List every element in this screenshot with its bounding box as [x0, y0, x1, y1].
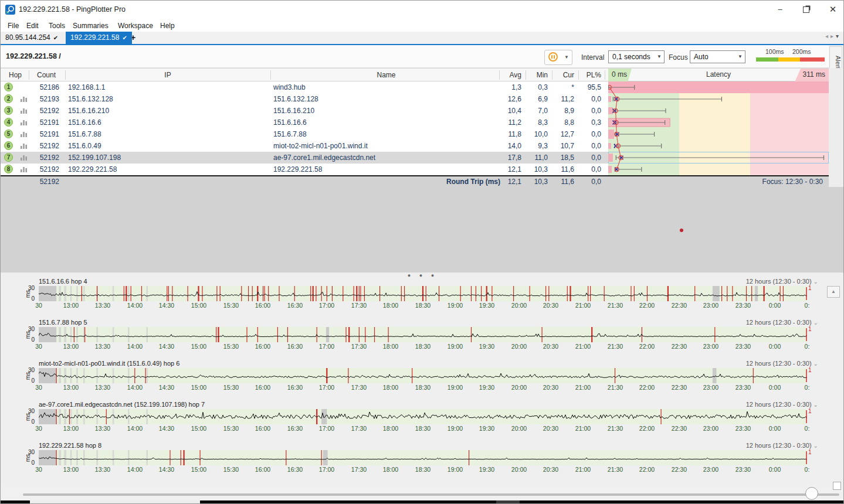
graph-plot-area[interactable] — [39, 409, 807, 424]
graph-right-axis-label: 1 — [808, 367, 812, 373]
col-header-hop[interactable]: Hop — [9, 71, 22, 79]
time-tick-label: 30 — [27, 425, 50, 432]
graph-range-selector[interactable]: 12 hours (12:30 - 0:30)⌄ — [746, 278, 818, 285]
time-tick-label: 17:30 — [347, 466, 371, 473]
time-tick-label: 15:30 — [219, 466, 243, 473]
y-axis-min-label: 0 — [28, 459, 35, 466]
time-tick-label: 15:00 — [187, 302, 211, 309]
time-tick-label: 0:00 — [763, 343, 787, 350]
restore-icon[interactable] — [797, 4, 815, 15]
time-tick-label: 16:30 — [283, 425, 307, 432]
timeline-graph-hop[interactable]: 151.6.7.88 hop 512 hours (12:30 - 0:30)⌄… — [1, 319, 844, 360]
time-tick-label: 16:00 — [251, 343, 274, 350]
col-header-count[interactable]: Count — [37, 71, 56, 79]
time-tick-label: 13:00 — [59, 384, 83, 391]
col-header-pl[interactable]: PL% — [566, 71, 601, 79]
tab-scroll-right-icon[interactable]: ▸ — [831, 33, 836, 39]
ip-cell: 192.229.221.58 — [68, 165, 117, 173]
time-tick-label: 20:30 — [539, 466, 562, 473]
hop-row-7[interactable]: 752192152.199.107.198ae-97.core1.mil.edg… — [1, 152, 829, 164]
time-tick-label: 17:30 — [347, 384, 371, 391]
menu-item-file[interactable]: File — [5, 21, 21, 31]
hop-row-8[interactable]: 852192192.229.221.58192.229.221.5812,110… — [1, 164, 829, 175]
col-header-ip[interactable]: IP — [65, 71, 270, 79]
menu-item-edit[interactable]: Edit — [24, 21, 41, 31]
latency-header-title: Latency — [608, 70, 829, 79]
graph-label: 151.6.7.88 hop 5 — [39, 319, 87, 326]
time-tick-label: 13:00 — [59, 343, 83, 350]
pingplotter-window: 192.229.221.58 - PingPlotter Pro – ✕ Fil… — [0, 0, 844, 504]
timeline-graph-hop[interactable]: 192.229.221.58 hop 812 hours (12:30 - 0:… — [1, 442, 844, 483]
graph-plot-area[interactable] — [39, 286, 807, 301]
graph-range-selector[interactable]: 12 hours (12:30 - 0:30)⌄ — [746, 319, 818, 326]
minimize-icon[interactable]: – — [771, 4, 789, 15]
time-tick-label: 19:00 — [443, 343, 467, 350]
menu-item-workspace[interactable]: Workspace — [116, 21, 155, 31]
ip-cell: 192.168.1.1 — [68, 83, 105, 91]
packet-loss-cell: 95,5 — [566, 83, 601, 91]
menu-item-help[interactable]: Help — [158, 21, 177, 31]
ip-cell: 152.199.107.198 — [68, 154, 121, 162]
time-tick-label: 19:00 — [443, 425, 467, 432]
time-tick-label: 13:00 — [59, 302, 83, 309]
time-tick-label: 18:30 — [411, 343, 435, 350]
menu-item-summaries[interactable]: Summaries — [70, 21, 111, 31]
graph-range-selector[interactable]: 12 hours (12:30 - 0:30)⌄ — [746, 401, 818, 408]
tab-menu-arrow-icon[interactable]: ▾ — [836, 33, 841, 39]
timeline-graph-hop[interactable]: miot-to2-micl-n01-po01.wind.it (151.6.0.… — [1, 360, 844, 401]
time-scrollbar-thumb[interactable] — [805, 487, 818, 500]
timeline-graph-hop[interactable]: 151.6.16.6 hop 412 hours (12:30 - 0:30)⌄… — [1, 278, 844, 319]
graph-range-selector[interactable]: 12 hours (12:30 - 0:30)⌄ — [746, 442, 818, 449]
time-tick-label: 21:30 — [604, 384, 627, 391]
col-header-latency[interactable]: Latency 0 ms 311 ms — [608, 69, 829, 81]
name-cell: miot-to2-micl-n01-po01.wind.it — [273, 142, 368, 150]
tab-label: 192.229.221.58 — [70, 33, 119, 42]
time-tick-label: 16:00 — [251, 425, 274, 432]
time-tick-label: 15:00 — [187, 343, 211, 350]
name-cell: 151.6.132.128 — [273, 95, 318, 103]
graph-right-axis-label: 1 — [808, 326, 812, 332]
time-tick-label: 17:00 — [315, 425, 338, 432]
time-tick-label: 19:30 — [475, 302, 499, 309]
pause-dropdown-button[interactable]: ▼ — [561, 50, 572, 65]
hop-row-1[interactable]: 152186192.168.1.1wind3.hub1,30,3*95,5 — [1, 81, 829, 93]
time-tick-label: 13:30 — [91, 302, 114, 309]
hop-row-4[interactable]: 452191151.6.16.6151.6.16.611,28,38,80,3 — [1, 117, 829, 128]
tab-scroll-left-icon[interactable]: ◂ — [825, 33, 831, 39]
timeline-graph-hop[interactable]: ae-97.core1.mil.edgecastcdn.net (152.199… — [1, 401, 844, 442]
time-tick-label: 16:30 — [283, 384, 307, 391]
time-tick-label: 18:30 — [411, 466, 435, 473]
hop-row-6[interactable]: 652192151.6.0.49miot-to2-micl-n01-po01.w… — [1, 140, 829, 152]
summary-pl: 0,0 — [566, 178, 601, 186]
graph-range-selector[interactable]: 12 hours (12:30 - 0:30)⌄ — [746, 360, 818, 367]
hop-row-5[interactable]: 552191151.6.7.88151.6.7.8811,810,012,70,… — [1, 128, 829, 140]
time-tick-label: 15:30 — [219, 343, 243, 350]
col-header-name[interactable]: Name — [270, 71, 502, 79]
target-tab-192.229.221.58[interactable]: 192.229.221.58✔ — [66, 32, 132, 44]
time-tick-label: 0: — [795, 384, 819, 391]
y-axis-min-label: 0 — [28, 418, 35, 425]
graphs-scroll-up-button[interactable]: ▲ — [827, 286, 840, 298]
focus-select[interactable]: Auto▼ — [690, 50, 745, 63]
name-cell: 151.6.16.210 — [273, 107, 314, 115]
target-tab-80.95.144.254[interactable]: 80.95.144.254✔ — [1, 32, 63, 44]
round-trip-summary-row[interactable]: 52192 Round Trip (ms) 12,1 10,3 11,6 0,0… — [1, 175, 829, 187]
graph-plot-area[interactable] — [39, 327, 807, 342]
hop-row-2[interactable]: 252193151.6.132.128151.6.132.12812,66,91… — [1, 93, 829, 105]
close-icon[interactable]: ✕ — [824, 4, 842, 15]
packet-loss-cell: 0,0 — [566, 107, 601, 115]
ip-cell: 151.6.16.210 — [68, 107, 109, 115]
menu-item-tools[interactable]: Tools — [46, 21, 67, 31]
hop-row-3[interactable]: 352192151.6.16.210151.6.16.21010,47,08,9… — [1, 105, 829, 117]
tab-scroll-arrows[interactable]: ◂▸▾ — [825, 33, 841, 39]
graph-right-axis-label: 1 — [808, 408, 812, 414]
pause-button[interactable] — [544, 50, 563, 65]
tab-check-icon: ✔ — [122, 35, 127, 41]
graph-plot-area[interactable] — [39, 450, 807, 465]
latency-scale-min: 0 ms — [608, 69, 632, 83]
graph-plot-area[interactable] — [39, 368, 807, 383]
time-tick-label: 17:30 — [347, 302, 371, 309]
interval-select[interactable]: 0,1 seconds▼ — [608, 50, 665, 63]
empty-panel — [1, 187, 844, 273]
time-scrollbar-track[interactable] — [23, 493, 839, 496]
